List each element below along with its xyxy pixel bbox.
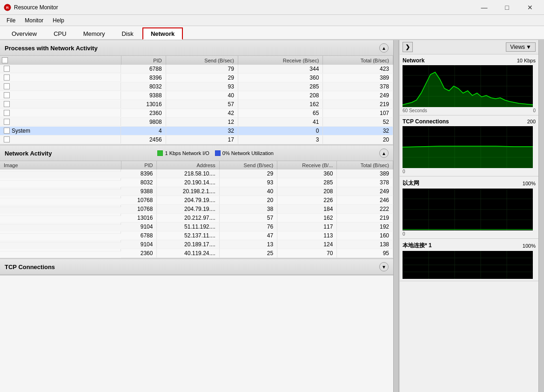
network-activity-title: Network Activity: [5, 150, 52, 157]
menu-monitor[interactable]: Monitor: [20, 16, 48, 25]
na-row-image: [0, 223, 121, 225]
ethernet-graph-section: 以太网 100% 0: [400, 176, 538, 239]
na-row-send: 20: [219, 196, 277, 205]
tcp-graph-canvas: [403, 126, 533, 168]
tcp-collapse-button[interactable]: ▼: [379, 262, 389, 271]
network-activity-row: 8032 20.190.14.... 93 285 378: [0, 178, 393, 187]
row-checkbox[interactable]: [4, 128, 10, 134]
processes-table-row: 9808 12 41 52: [0, 118, 393, 127]
processes-row-send: 93: [166, 82, 238, 91]
na-row-address: 51.11.192....: [157, 223, 219, 231]
network-activity-row: 9104 20.189.17.... 13 124 138: [0, 240, 393, 249]
row-checkbox[interactable]: [4, 66, 10, 72]
na-row-send: 29: [219, 169, 277, 178]
na-row-image: [0, 205, 121, 207]
na-row-image: [0, 214, 121, 216]
col-pid[interactable]: PID: [121, 56, 166, 65]
na-row-total: 222: [337, 205, 393, 214]
processes-table-row: 8396 29 360 389: [0, 74, 393, 82]
col-na-total[interactable]: Total (B/sec): [337, 161, 393, 169]
views-button[interactable]: Views ▼: [506, 42, 536, 52]
menubar: File Monitor Help: [0, 15, 544, 26]
header-checkbox[interactable]: [2, 57, 8, 63]
tab-network[interactable]: Network: [142, 27, 183, 40]
maximize-button[interactable]: □: [497, 1, 517, 14]
svg-rect-5: [215, 151, 220, 155]
views-label: Views: [510, 44, 525, 50]
right-scrollbar[interactable]: [538, 40, 544, 392]
na-row-receive: 124: [277, 240, 337, 249]
right-panel-header: ❯ Views ▼: [400, 40, 538, 54]
minimize-button[interactable]: —: [474, 1, 495, 14]
main-scrollbar[interactable]: [393, 40, 399, 392]
network-graph-footer: 60 Seconds 0: [403, 108, 536, 113]
svg-marker-13: [403, 72, 533, 107]
menu-help[interactable]: Help: [48, 16, 69, 25]
col-na-pid[interactable]: PID: [121, 161, 157, 169]
na-row-pid: 10768: [121, 205, 157, 214]
network-activity-section: Network Activity 1 Kbps Network I/O: [0, 145, 393, 259]
processes-collapse-button[interactable]: ▲: [379, 43, 389, 53]
close-button[interactable]: ✕: [519, 1, 540, 14]
ethernet-graph-title: 以太网: [403, 179, 419, 187]
processes-section-header: Processes with Network Activity ▲: [0, 40, 393, 56]
processes-row-name: [0, 135, 121, 144]
local-graph-title: 本地连接* 1: [403, 242, 432, 250]
row-checkbox[interactable]: [4, 74, 10, 81]
col-send[interactable]: Send (B/sec): [166, 56, 238, 65]
col-image[interactable]: Image: [0, 161, 121, 169]
processes-row-pid: 9388: [121, 91, 166, 100]
expand-panel-button[interactable]: ❯: [403, 42, 413, 52]
processes-row-total: 32: [323, 127, 393, 135]
na-row-address: 52.137.11....: [157, 231, 219, 240]
na-row-pid: 6788: [121, 231, 157, 240]
na-row-receive: 113: [277, 231, 337, 240]
row-checkbox[interactable]: [4, 101, 10, 107]
badge-utilization: 0% Network Utilization: [215, 150, 274, 156]
row-checkbox[interactable]: [4, 119, 10, 125]
tab-cpu[interactable]: CPU: [46, 28, 74, 40]
network-graph-svg: [403, 65, 533, 107]
na-row-total: 378: [337, 178, 393, 187]
network-graph-canvas: [403, 65, 533, 107]
na-row-send: 13: [219, 240, 277, 249]
col-address[interactable]: Address: [157, 161, 219, 169]
processes-row-total: 20: [323, 135, 393, 144]
processes-row-receive: 344: [238, 65, 322, 74]
na-row-image: [0, 178, 121, 181]
menu-file[interactable]: File: [2, 16, 20, 25]
col-receive[interactable]: Receive (B/sec): [238, 56, 322, 65]
network-activity-table-container: Image PID Address Send (B/sec) Receive (…: [0, 161, 393, 258]
row-checkbox[interactable]: [4, 92, 10, 98]
window-controls: — □ ✕: [474, 1, 540, 14]
processes-row-receive: 360: [238, 74, 322, 82]
tab-overview[interactable]: Overview: [4, 28, 45, 40]
row-checkbox[interactable]: [4, 110, 10, 116]
na-row-send: 76: [219, 223, 277, 231]
section-badges: 1 Kbps Network I/O 0% Network Utilizatio…: [157, 150, 273, 156]
col-na-send[interactable]: Send (B/sec): [219, 161, 277, 169]
badge-io: 1 Kbps Network I/O: [157, 150, 209, 156]
tcp-graph-footer: 0: [403, 169, 536, 174]
na-row-total: 160: [337, 231, 393, 240]
row-checkbox[interactable]: [4, 136, 10, 142]
col-name[interactable]: [0, 56, 121, 65]
network-activity-collapse-button[interactable]: ▲: [379, 149, 389, 158]
col-na-receive[interactable]: Receive (B/...: [277, 161, 337, 169]
na-row-total: 219: [337, 214, 393, 223]
na-row-address: 20.190.14....: [157, 178, 219, 187]
tab-memory[interactable]: Memory: [75, 28, 113, 40]
network-activity-row: 2360 40.119.24.... 25 70 95: [0, 249, 393, 258]
na-row-total: 249: [337, 187, 393, 196]
ethernet-graph-value: 100%: [523, 181, 536, 186]
network-activity-row: 10768 204.79.19.... 38 184 222: [0, 205, 393, 214]
col-total[interactable]: Total (B/sec): [323, 56, 393, 65]
na-row-total: 95: [337, 249, 393, 258]
row-checkbox[interactable]: [4, 83, 10, 89]
na-row-send: 57: [219, 214, 277, 223]
na-row-total: 389: [337, 169, 393, 178]
tab-disk[interactable]: Disk: [114, 28, 141, 40]
network-graph-header: Network 10 Kbps: [403, 57, 536, 64]
tcp-graph-footer-right: 0: [403, 169, 405, 174]
processes-row-receive: 162: [238, 100, 322, 109]
